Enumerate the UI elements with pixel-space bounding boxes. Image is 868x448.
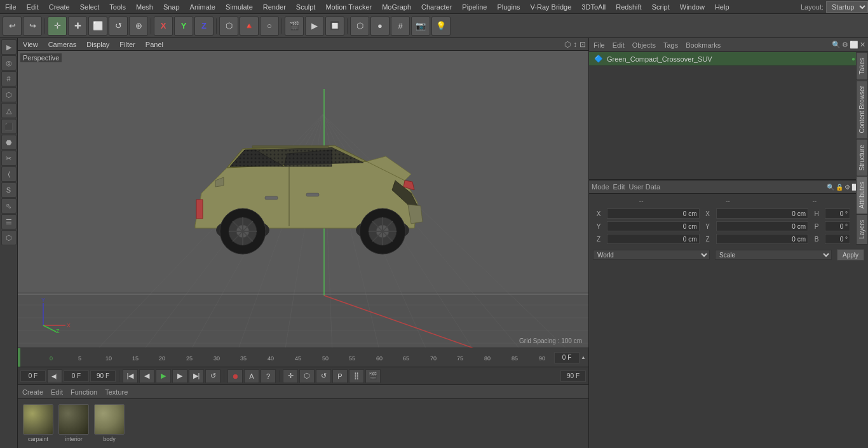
obj-settings-icon[interactable]: ⚙ xyxy=(842,41,848,49)
obj-search-icon[interactable]: 🔍 xyxy=(832,41,841,49)
viewport-menu-filter[interactable]: Filter xyxy=(117,41,137,48)
transform-tool-button[interactable]: ⊕ xyxy=(129,17,148,36)
grid-button[interactable]: # xyxy=(391,17,410,36)
attr-rot-b[interactable] xyxy=(825,234,850,244)
material-create-btn[interactable]: Create xyxy=(20,388,45,396)
axis-x-button[interactable]: X xyxy=(154,17,173,36)
attr-scale-x[interactable] xyxy=(716,208,809,219)
play-tool-4[interactable]: P xyxy=(332,369,348,383)
attr-scale-z[interactable] xyxy=(716,234,809,244)
attr-pos-x[interactable] xyxy=(607,208,700,219)
object-item-suv[interactable]: 🔷 Green_Compact_Crossover_SUV ● ● xyxy=(589,52,868,66)
move-tool-button[interactable]: ✚ xyxy=(68,17,87,36)
viewport-menu-panel[interactable]: Panel xyxy=(143,41,166,48)
end-frame-input[interactable] xyxy=(560,370,586,382)
material-item-carpaint[interactable]: carpaint xyxy=(23,404,53,442)
material-item-interior[interactable]: interior xyxy=(58,404,89,442)
viewport-icon-1[interactable]: ⬡ xyxy=(564,40,571,49)
view-type-button[interactable]: ⬡ xyxy=(350,17,369,36)
cube-button[interactable]: ⬡ xyxy=(219,17,238,36)
axis-z-button[interactable]: Z xyxy=(194,17,214,36)
start-frame-input[interactable] xyxy=(20,370,46,382)
left-tool-4[interactable]: ⬡ xyxy=(1,87,17,102)
axis-y-button[interactable]: Y xyxy=(174,17,193,36)
left-tool-10[interactable]: S xyxy=(1,182,17,198)
menu-snap[interactable]: Snap xyxy=(158,2,185,12)
left-tool-2[interactable]: ◎ xyxy=(1,55,17,71)
tab-content-browser[interactable]: Content Browser xyxy=(856,80,868,139)
menu-select[interactable]: Select xyxy=(75,2,105,12)
obj-file-btn[interactable]: File xyxy=(592,41,607,49)
material-function-btn[interactable]: Function xyxy=(69,388,99,396)
tab-takes[interactable]: Takes xyxy=(856,52,868,80)
preview-start-input[interactable] xyxy=(64,370,89,382)
left-tool-12[interactable]: ☰ xyxy=(1,214,17,229)
tab-attributes[interactable]: Attributes xyxy=(856,176,868,214)
menu-character[interactable]: Character xyxy=(416,2,457,12)
sphere-button[interactable]: ○ xyxy=(260,17,279,36)
menu-render[interactable]: Render xyxy=(258,2,291,12)
rotate-tool-button[interactable]: ↺ xyxy=(109,17,128,36)
attr-lock-icon[interactable]: 🔒 xyxy=(836,184,843,191)
obj-tags-btn[interactable]: Tags xyxy=(661,41,680,49)
obj-bookmarks-btn[interactable]: Bookmarks xyxy=(684,41,722,49)
viewport-menu-view[interactable]: View xyxy=(20,41,41,48)
render-vp-button[interactable]: ▶ xyxy=(305,17,324,36)
obj-objects-btn[interactable]: Objects xyxy=(630,41,658,49)
material-item-body[interactable]: body xyxy=(94,404,125,442)
left-tool-9[interactable]: ⟨ xyxy=(1,166,17,182)
timeline[interactable]: 0 5 10 15 20 25 30 35 40 45 50 55 60 65 … xyxy=(18,348,588,367)
obj-edit-btn[interactable]: Edit xyxy=(611,41,627,49)
menu-file[interactable]: File xyxy=(0,2,22,12)
attr-edit-btn[interactable]: Edit xyxy=(613,183,625,191)
left-tool-11[interactable]: ⬁ xyxy=(1,198,17,214)
menu-mesh[interactable]: Mesh xyxy=(131,2,158,12)
jump-start-button[interactable]: ◀| xyxy=(47,369,62,383)
light-button[interactable]: 💡 xyxy=(431,17,451,36)
left-tool-8[interactable]: ✂ xyxy=(1,151,17,166)
obj-close-icon[interactable]: ✕ xyxy=(860,41,865,49)
attr-rot-p[interactable] xyxy=(825,221,850,231)
redo-button[interactable]: ↪ xyxy=(23,17,42,36)
obj-maximize-icon[interactable]: ⬜ xyxy=(850,41,858,49)
camera-button[interactable]: 📷 xyxy=(411,17,430,36)
menu-redshift[interactable]: Redshift xyxy=(611,2,646,12)
cone-button[interactable]: 🔺 xyxy=(240,17,259,36)
play-tool-6[interactable]: 🎬 xyxy=(365,369,381,383)
coord-world-dropdown[interactable]: World xyxy=(593,250,710,260)
material-texture-btn[interactable]: Texture xyxy=(103,388,130,396)
menu-edit[interactable]: Edit xyxy=(22,2,44,12)
left-tool-1[interactable]: ▶ xyxy=(1,39,17,55)
tab-structure[interactable]: Structure xyxy=(856,139,868,177)
menu-tools[interactable]: Tools xyxy=(104,2,131,12)
menu-simulate[interactable]: Simulate xyxy=(220,2,258,12)
viewport-canvas[interactable]: Perspective xyxy=(18,51,588,348)
preview-end-input[interactable] xyxy=(90,370,116,382)
play-tool-3[interactable]: ↺ xyxy=(316,369,331,383)
material-edit-btn[interactable]: Edit xyxy=(49,388,65,396)
attr-rot-h[interactable] xyxy=(825,208,850,219)
menu-sculpt[interactable]: Sculpt xyxy=(291,2,321,12)
tab-layers[interactable]: Layers xyxy=(856,214,868,245)
layout-dropdown[interactable]: Startup xyxy=(826,1,868,13)
attr-userdata-btn[interactable]: User Data xyxy=(629,183,661,191)
jump-to-end-button[interactable]: ▶| xyxy=(189,369,204,383)
next-frame-button[interactable]: ▶ xyxy=(172,369,187,383)
undo-button[interactable]: ↩ xyxy=(3,17,22,36)
left-tool-7[interactable]: ⬣ xyxy=(1,135,17,150)
play-tool-5[interactable]: ⣿ xyxy=(349,369,364,383)
frame-arrow-up[interactable]: ▲ xyxy=(581,355,586,360)
render-region-button[interactable]: 🎬 xyxy=(285,17,304,36)
attr-scale-y[interactable] xyxy=(716,221,809,231)
play-button[interactable]: ▶ xyxy=(156,369,171,383)
attr-pos-y[interactable] xyxy=(607,221,700,231)
viewport-menu-display[interactable]: Display xyxy=(84,41,112,48)
attr-settings-icon[interactable]: ⚙ xyxy=(844,184,850,191)
play-tool-2[interactable]: ⬡ xyxy=(299,369,315,383)
play-tool-1[interactable]: ✛ xyxy=(283,369,298,383)
viewport-icon-3[interactable]: ⊡ xyxy=(580,40,586,49)
left-tool-13[interactable]: ⬡ xyxy=(1,230,17,245)
scale-tool-button[interactable]: ⬜ xyxy=(88,17,107,36)
menu-pipeline[interactable]: Pipeline xyxy=(457,2,492,12)
current-frame-input[interactable] xyxy=(554,352,580,363)
